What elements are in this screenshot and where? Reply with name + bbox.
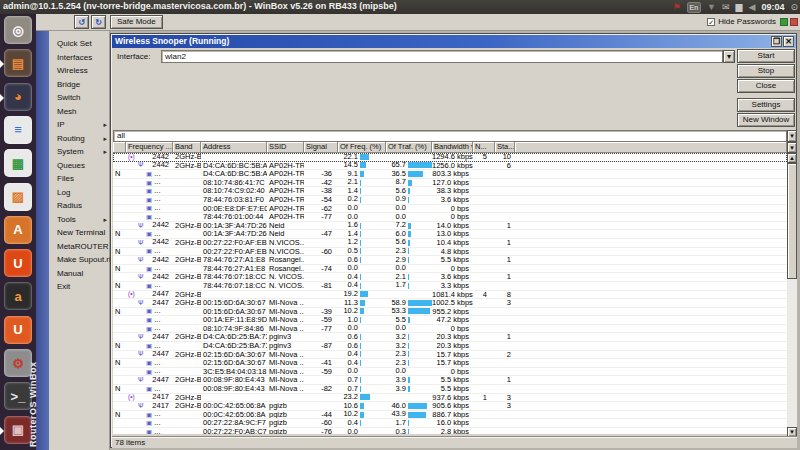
keyboard-layout-indicator[interactable]: En xyxy=(687,2,702,13)
new-window-button[interactable]: New Window xyxy=(737,113,795,127)
sidebar-item-ip[interactable]: IP▸ xyxy=(49,118,109,132)
sidebar-item-exit[interactable]: Exit xyxy=(49,280,109,294)
libreoffice-impress-icon[interactable]: ▨ xyxy=(4,183,32,211)
table-row[interactable]: Ψ24422GHz-B00:1A:3F:A4:7D:26Neid1.67.214… xyxy=(113,222,787,231)
table-row[interactable]: N▣ ...D4:CA:6D:BC:5B:ABAP02H-TRP-369.136… xyxy=(113,170,787,179)
column-header-address[interactable]: Address xyxy=(201,142,267,153)
table-row[interactable]: N▣ ...00:15:6D:6A:30:67MI-Nova ...-3910.… xyxy=(113,308,787,317)
table-row[interactable]: ▣ ...78:44:76:03:81:F0AP02H-TRP-540.20.9… xyxy=(113,196,787,205)
restore-window-icon[interactable]: ❐ xyxy=(771,36,782,47)
table-row[interactable]: ▣ ...08:10:74:C9:02:40AP02H-TRP-381.45.6… xyxy=(113,187,787,196)
table-row[interactable]: Ψ24472GHz-BD4:CA:6D:25:BA:73pginv30.63.2… xyxy=(113,333,787,342)
interface-combobox[interactable]: wlan2 xyxy=(161,50,723,63)
volume-icon[interactable]: ◀ xyxy=(749,0,756,14)
column-header-of-traf-[interactable]: Of Traf. (%) xyxy=(386,142,432,153)
redo-button[interactable]: ↻ xyxy=(91,15,106,29)
column-header-flag[interactable] xyxy=(113,142,126,153)
table-row[interactable]: (•)24472GHz-B19.21081.4 kbps48 xyxy=(113,291,787,300)
table-row[interactable]: N▣ ...00:1A:3F:A4:7D:26Neid-471.46.013.0… xyxy=(113,230,787,239)
settings-button[interactable]: Settings xyxy=(737,98,795,112)
start-button[interactable]: Start xyxy=(737,49,795,63)
column-select-icon[interactable]: ▾ xyxy=(787,142,797,153)
clock[interactable]: 09:04 xyxy=(761,2,784,12)
sidebar-item-system[interactable]: System▸ xyxy=(49,145,109,159)
software-center-icon[interactable]: A xyxy=(4,216,32,244)
sidebar-item-wireless[interactable]: Wireless xyxy=(49,64,109,78)
table-row[interactable]: ▣ ...00:1A:EF:11:E8:9DMI-Nova ...-591.05… xyxy=(113,316,787,325)
window-titlebar[interactable]: Wireless Snooper (Running) ❐ ✕ xyxy=(112,35,796,48)
table-row[interactable]: Ψ24472GHz-B02:15:6D:6A:30:67MI-Nova ...0… xyxy=(113,351,787,360)
filter-combobox[interactable]: all xyxy=(113,130,787,142)
scroll-up-icon[interactable]: ▲ xyxy=(787,153,797,163)
keyboard-flag-icon[interactable]: ⚑ xyxy=(672,0,680,14)
table-row[interactable]: Ψ24422GHz-BD4:CA:6D:BC:5B:ABAP02H-TRP14.… xyxy=(113,162,787,171)
stop-button[interactable]: Stop xyxy=(737,64,795,78)
sidebar-item-manual[interactable]: Manual xyxy=(49,267,109,281)
sidebar-item-files[interactable]: Files xyxy=(49,172,109,186)
table-row[interactable]: N▣ ...D4:CA:6D:25:BA:73pginv3-870.63.220… xyxy=(113,342,787,351)
table-row[interactable]: (•)24422GHz-B22.11294.6 kbps510 xyxy=(113,153,787,162)
table-row[interactable]: ▣ ...78:44:76:01:00:44AP02H-TRP-770.00.0… xyxy=(113,213,787,222)
sidebar-item-bridge[interactable]: Bridge xyxy=(49,78,109,92)
column-header-signal[interactable]: Signal xyxy=(304,142,338,153)
table-row[interactable]: Ψ24472GHz-B00:15:6D:6A:30:67MI-Nova ...1… xyxy=(113,299,787,308)
table-row[interactable]: N▣ ...00:0C:42:65:06:8Apgizb-4410.243.98… xyxy=(113,411,787,420)
table-row[interactable]: N▣ ...78:44:76:27:A1:E8Rosangel...-740.0… xyxy=(113,265,787,274)
table-row[interactable]: N▣ ...78:44:76:07:18:CCN. VICOS...-810.4… xyxy=(113,282,787,291)
column-header-band[interactable]: Band xyxy=(173,142,201,153)
ubuntu-one-music-icon[interactable]: U xyxy=(4,316,32,344)
sidebar-item-routing[interactable]: Routing▸ xyxy=(49,132,109,146)
scroll-down-icon[interactable]: ▼ xyxy=(787,427,797,437)
sidebar-item-queues[interactable]: Queues xyxy=(49,159,109,173)
vertical-scrollbar[interactable]: ▲ ▼ xyxy=(787,153,797,437)
close-button[interactable]: Close xyxy=(737,79,795,93)
close-window-icon[interactable]: ✕ xyxy=(783,36,794,47)
files-icon[interactable]: ▤ xyxy=(4,49,32,77)
sidebar-item-interfaces[interactable]: Interfaces xyxy=(49,51,109,65)
table-row[interactable]: Ψ24422GHz-B78:44:76:27:A1:E8Rosangel...0… xyxy=(113,256,787,265)
sidebar-item-quick-set[interactable]: Quick Set xyxy=(49,37,109,51)
sidebar-item-log[interactable]: Log xyxy=(49,186,109,200)
filter-dropdown-icon[interactable]: ▾ xyxy=(787,130,797,142)
table-row[interactable]: ▣ ...08:10:74:86:41:7CAP02H-TRP-422.18.7… xyxy=(113,179,787,188)
table-row[interactable]: Ψ24472GHz-B00:08:9F:80:E4:43MI-Nova ...0… xyxy=(113,376,787,385)
column-header-of-freq-[interactable]: Of Freq. (%) xyxy=(338,142,386,153)
table-row[interactable]: ▣ ...00:0E:E8:DF:E7:E0AP02H-TRP-620.00.0… xyxy=(113,205,787,214)
network-icon[interactable]: ▼ xyxy=(707,0,716,14)
session-icon[interactable]: ⊙ xyxy=(790,0,798,14)
table-row[interactable]: N▣ ...00:08:9F:80:E4:43MI-Nova ...-820.7… xyxy=(113,385,787,394)
interface-dropdown-icon[interactable]: ▾ xyxy=(723,50,735,63)
column-header-n-[interactable]: N... xyxy=(473,142,495,153)
hide-passwords-checkbox[interactable]: ✓ xyxy=(707,18,715,26)
scrollbar-thumb[interactable] xyxy=(787,163,797,279)
firefox-icon[interactable]: ◕ xyxy=(4,83,32,111)
safe-mode-button[interactable]: Safe Mode xyxy=(110,15,163,29)
table-row[interactable]: Ψ24172GHz-B00:0C:42:65:06:8Apgizb10.646.… xyxy=(113,402,787,411)
ubuntu-dash-icon[interactable]: ◎ xyxy=(4,16,32,44)
sidebar-item-make-supout-rif[interactable]: Make Supout.rif xyxy=(49,253,109,267)
undo-button[interactable]: ↺ xyxy=(74,15,89,29)
column-header-frequency-[interactable]: Frequency ... xyxy=(126,142,173,153)
mail-icon[interactable]: ✉ xyxy=(722,0,730,14)
libreoffice-calc-icon[interactable]: ▦ xyxy=(4,149,32,177)
table-row[interactable]: Ψ24422GHz-B00:27:22:F0:AF:EBN.VICOS...1.… xyxy=(113,239,787,248)
sidebar-item-tools[interactable]: Tools▸ xyxy=(49,213,109,227)
sidebar-item-radius[interactable]: Radius xyxy=(49,199,109,213)
libreoffice-writer-icon[interactable]: ≡ xyxy=(4,116,32,144)
table-row[interactable]: ▣ ...00:27:22:F0:AB:C7pgizb-760.00.32.8 … xyxy=(113,428,787,434)
table-row[interactable]: Ψ24422GHz-B78:44:76:07:18:CCN. VICOS...0… xyxy=(113,273,787,282)
table-row[interactable]: ▣ ...08:10:74:9F:84:86MI-Nova ...-770.00… xyxy=(113,325,787,334)
ubuntu-one-icon[interactable]: U xyxy=(4,249,32,277)
battery-icon[interactable]: ▆ xyxy=(736,0,743,14)
table-row[interactable]: N▣ ...00:27:22:F0:AF:EBN.VICOS...-600.52… xyxy=(113,248,787,257)
table-row[interactable]: ▣ ...3C:E5:B4:04:03:18MI-Nova ...-590.00… xyxy=(113,368,787,377)
sidebar-item-metarouter[interactable]: MetaROUTER xyxy=(49,240,109,254)
column-header-bandwidth[interactable]: Bandwidth ▾ xyxy=(432,142,473,153)
sidebar-item-switch[interactable]: Switch xyxy=(49,91,109,105)
table-row[interactable]: N▣ ...02:15:6D:6A:30:67MI-Nova ...-410.4… xyxy=(113,359,787,368)
sidebar-item-mesh[interactable]: Mesh xyxy=(49,105,109,119)
sidebar-item-new-terminal[interactable]: New Terminal xyxy=(49,226,109,240)
column-header-ssid[interactable]: SSID xyxy=(267,142,304,153)
table-row[interactable]: (•)24172GHz-B23.2937.6 kbps13 xyxy=(113,394,787,403)
amazon-icon[interactable]: a xyxy=(4,282,32,310)
